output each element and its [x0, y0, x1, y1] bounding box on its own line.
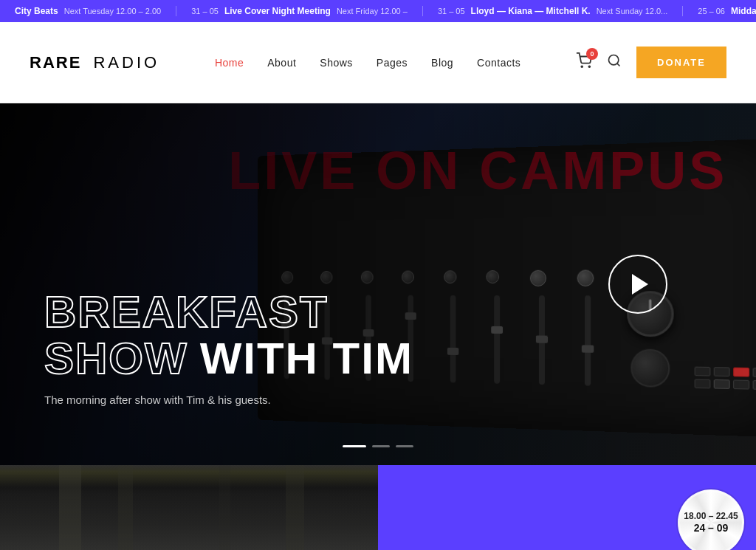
ticker-date: 31 – 05: [438, 7, 465, 16]
logo-rare: RARE: [30, 53, 81, 72]
bottom-right-panel: 18.00 – 22.45 24 – 09: [378, 465, 756, 550]
bottom-section: 18.00 – 22.45 24 – 09: [0, 465, 756, 550]
hero-section: LIVE ON CAMPUS BREAKFAST SHOW WITH TIM T…: [0, 103, 756, 465]
search-icon[interactable]: [607, 53, 622, 72]
hero-subtitle: The morning after show with Tim & his gu…: [44, 393, 413, 406]
ticker-show: City Beats: [15, 6, 58, 16]
cart-icon[interactable]: 0: [576, 52, 592, 72]
header-actions: 0 DONATE: [576, 47, 726, 78]
nav-home[interactable]: Home: [215, 57, 244, 69]
logo[interactable]: RARE RADIO: [30, 53, 159, 72]
hero-content: BREAKFAST SHOW WITH TIM The morning afte…: [44, 289, 413, 406]
event-badge: 18.00 – 22.45 24 – 09: [678, 489, 744, 550]
play-button[interactable]: [608, 255, 667, 314]
ticker-time: Next Tuesday 12.00 – 2.00: [64, 7, 161, 16]
ticker-bar: City Beats Next Tuesday 12.00 – 2.00 31 …: [0, 0, 756, 22]
main-nav: Home About Shows Pages Blog Contacts: [215, 57, 520, 69]
badge-date: 24 – 09: [694, 522, 729, 534]
nav-pages[interactable]: Pages: [377, 57, 408, 69]
slider-dots: [343, 445, 413, 447]
ticker-item: 31 – 05 Lloyd — Kiana — Mitchell K. Next…: [423, 6, 683, 16]
ticker-time: Next Friday 12.00 –: [337, 7, 408, 16]
nav-blog[interactable]: Blog: [431, 57, 453, 69]
hero-title-line1: BREAKFAST: [44, 289, 413, 335]
donate-button[interactable]: DONATE: [636, 47, 726, 78]
header: RARE RADIO Home About Shows Pages Blog C…: [0, 22, 756, 103]
nav-shows[interactable]: Shows: [320, 57, 353, 69]
hero-title-show: SHOW: [44, 335, 188, 382]
nav-about[interactable]: About: [267, 57, 296, 69]
ticker-date: 31 – 05: [191, 7, 219, 16]
ticker-show: Live Cover Night Meeting: [224, 6, 331, 16]
bottom-left-image: [0, 465, 378, 550]
slider-dot-2[interactable]: [372, 445, 390, 447]
ticker-content: City Beats Next Tuesday 12.00 – 2.00 31 …: [0, 6, 756, 16]
svg-point-0: [581, 66, 583, 67]
slider-dot-1[interactable]: [343, 445, 366, 447]
ceiling-lights: [0, 465, 378, 487]
svg-point-1: [588, 66, 590, 67]
ticker-time: Next Sunday 12.0...: [597, 7, 668, 16]
svg-point-2: [609, 55, 619, 65]
nav-contacts[interactable]: Contacts: [477, 57, 520, 69]
logo-radio: RADIO: [93, 53, 159, 72]
ticker-date: 25 – 06: [698, 7, 725, 16]
corridor-bg: [0, 465, 378, 550]
ticker-item: 31 – 05 Live Cover Night Meeting Next Fr…: [176, 6, 423, 16]
ticker-show: Midday: [731, 6, 756, 16]
badge-time: 18.00 – 22.45: [684, 511, 738, 521]
ticker-show: Lloyd — Kiana — Mitchell K.: [471, 6, 591, 16]
slider-dot-3[interactable]: [396, 445, 413, 447]
ticker-item: 25 – 06 Midday: [683, 6, 756, 16]
ticker-item: City Beats Next Tuesday 12.00 – 2.00: [0, 6, 176, 16]
cart-badge: 0: [586, 48, 598, 60]
hero-title-with-tim: WITH TIM: [200, 335, 413, 382]
